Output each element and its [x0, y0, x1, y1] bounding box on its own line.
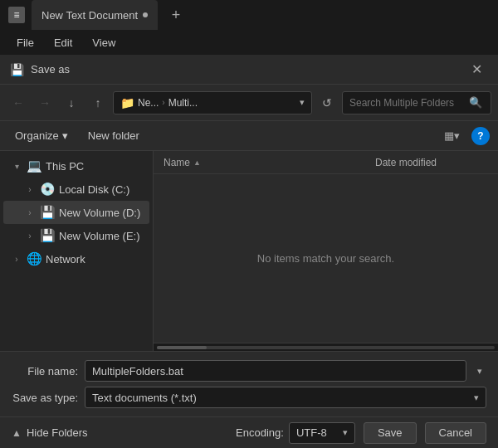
breadcrumb-dropdown-arrow[interactable]: ▾: [300, 97, 305, 108]
expand-icon-volume-d: ›: [23, 206, 37, 219]
tab-item[interactable]: New Text Document: [32, 0, 158, 30]
organize-label: Organize: [15, 129, 59, 142]
breadcrumb-part-2: Multi...: [168, 97, 198, 109]
sort-icon: ▲: [193, 158, 201, 167]
sidebar-item-local-disk[interactable]: › 💿 Local Disk (C:): [3, 178, 149, 201]
menu-bar: File Edit View: [0, 30, 498, 55]
organize-button[interactable]: Organize ▾: [8, 126, 75, 145]
sidebar-item-this-pc[interactable]: ▾ 💻 This PC: [3, 154, 149, 178]
file-list-empty: No items match your search.: [154, 174, 498, 343]
filename-dropdown[interactable]: ▾: [473, 366, 486, 377]
breadcrumb-arrow-1: ›: [162, 98, 164, 107]
menu-edit[interactable]: Edit: [46, 33, 81, 52]
menu-view[interactable]: View: [84, 33, 124, 52]
network-label: Network: [46, 253, 85, 265]
dialog-title-bar: 💾 Save as ✕: [0, 55, 498, 85]
filetype-label: Save as type:: [12, 392, 78, 404]
footer: ▲ Hide Folders Encoding: UTF-8 ▾ Save Ca…: [0, 416, 498, 448]
save-button[interactable]: Save: [364, 422, 417, 444]
dialog-icon: 💾: [10, 63, 24, 76]
sidebar-item-volume-e[interactable]: › 💾 New Volume (E:): [3, 224, 149, 247]
sidebar-item-volume-d[interactable]: › 💾 New Volume (D:): [3, 201, 149, 224]
new-folder-label: New folder: [88, 129, 139, 142]
local-disk-label: Local Disk (C:): [59, 183, 129, 196]
form-area: File name: ▾ Save as type: Text document…: [0, 351, 498, 416]
breadcrumb-folder-icon: 📁: [120, 96, 134, 110]
view-icon: ▦: [444, 129, 454, 142]
encoding-section: Encoding: UTF-8 ▾: [236, 422, 355, 444]
expand-icon-volume-e: ›: [23, 229, 37, 242]
breadcrumb-part-1: Ne...: [138, 97, 159, 109]
expand-icon-network: ›: [10, 252, 23, 265]
dialog-close-button[interactable]: ✕: [465, 58, 488, 81]
file-area: Name ▲ Date modified No items match your…: [154, 151, 498, 351]
back-button[interactable]: ←: [7, 91, 30, 114]
search-input[interactable]: [349, 97, 466, 109]
local-disk-icon: 💿: [40, 182, 56, 197]
tab-add-button[interactable]: +: [164, 3, 188, 27]
forward-button[interactable]: →: [33, 91, 56, 114]
encoding-dropdown-arrow: ▾: [343, 427, 348, 438]
title-bar: ≡ New Text Document +: [0, 0, 498, 30]
tab-label: New Text Document: [42, 9, 138, 22]
file-list-header: Name ▲ Date modified: [154, 151, 498, 174]
volume-d-label: New Volume (D:): [59, 207, 140, 219]
encoding-label: Encoding:: [236, 426, 284, 439]
column-date-modified[interactable]: Date modified: [365, 157, 498, 168]
dropdown-button[interactable]: ↓: [60, 91, 83, 114]
filetype-value: Text documents (*.txt): [92, 392, 474, 404]
network-icon: 🌐: [27, 251, 42, 266]
refresh-button[interactable]: ↺: [315, 91, 339, 114]
expand-icon-local-disk: ›: [23, 183, 37, 196]
app-icon: ≡: [8, 7, 25, 23]
search-box: 🔍: [342, 91, 491, 114]
hide-folders-button[interactable]: ▲ Hide Folders: [12, 426, 88, 439]
volume-d-icon: 💾: [40, 205, 56, 220]
help-label: ?: [477, 130, 483, 142]
filetype-row: Save as type: Text documents (*.txt) ▾: [12, 387, 486, 408]
scrollbar-thumb[interactable]: [157, 346, 207, 349]
encoding-value: UTF-8: [296, 426, 339, 439]
filename-label: File name:: [12, 365, 78, 377]
this-pc-icon: 💻: [27, 158, 42, 173]
menu-file[interactable]: File: [8, 33, 42, 52]
hide-folders-icon: ▲: [12, 427, 22, 439]
hide-folders-label: Hide Folders: [27, 426, 88, 439]
volume-e-label: New Volume (E:): [59, 230, 140, 242]
footer-right: Encoding: UTF-8 ▾ Save Cancel: [236, 422, 486, 444]
dialog-title-text: Save as: [31, 63, 458, 75]
expand-icon-this-pc: ▾: [10, 159, 23, 173]
breadcrumb-bar[interactable]: 📁 Ne... › Multi... ▾: [113, 91, 312, 114]
filename-row: File name: ▾: [12, 360, 486, 382]
tab-dot: [143, 12, 148, 17]
up-button[interactable]: ↑: [86, 91, 110, 114]
toolbar: Organize ▾ New folder ▦ ▾ ?: [0, 121, 498, 151]
view-arrow: ▾: [454, 129, 460, 142]
empty-message: No items match your search.: [257, 252, 394, 265]
save-as-dialog: 💾 Save as ✕ ← → ↓ ↑ 📁 Ne... › Multi... ▾…: [0, 55, 498, 448]
search-icon: 🔍: [469, 96, 482, 109]
encoding-select[interactable]: UTF-8 ▾: [289, 422, 355, 444]
filetype-select[interactable]: Text documents (*.txt) ▾: [85, 387, 486, 408]
organize-arrow: ▾: [62, 129, 68, 142]
cancel-button[interactable]: Cancel: [425, 422, 486, 444]
sidebar: ▾ 💻 This PC › 💿 Local Disk (C:) › 💾 New …: [0, 151, 154, 351]
navigation-bar: ← → ↓ ↑ 📁 Ne... › Multi... ▾ ↺ 🔍: [0, 85, 498, 121]
column-name[interactable]: Name ▲: [154, 157, 365, 168]
this-pc-label: This PC: [46, 160, 84, 173]
filetype-dropdown-arrow: ▾: [474, 392, 479, 403]
sidebar-item-network[interactable]: › 🌐 Network: [3, 247, 149, 270]
horizontal-scrollbar[interactable]: [154, 343, 498, 351]
scrollbar-track: [157, 346, 495, 349]
view-button[interactable]: ▦ ▾: [438, 124, 465, 148]
volume-e-icon: 💾: [40, 228, 56, 243]
new-folder-button[interactable]: New folder: [81, 126, 146, 145]
main-area: ▾ 💻 This PC › 💿 Local Disk (C:) › 💾 New …: [0, 151, 498, 351]
filename-input[interactable]: [85, 360, 466, 382]
help-button[interactable]: ?: [471, 127, 490, 145]
